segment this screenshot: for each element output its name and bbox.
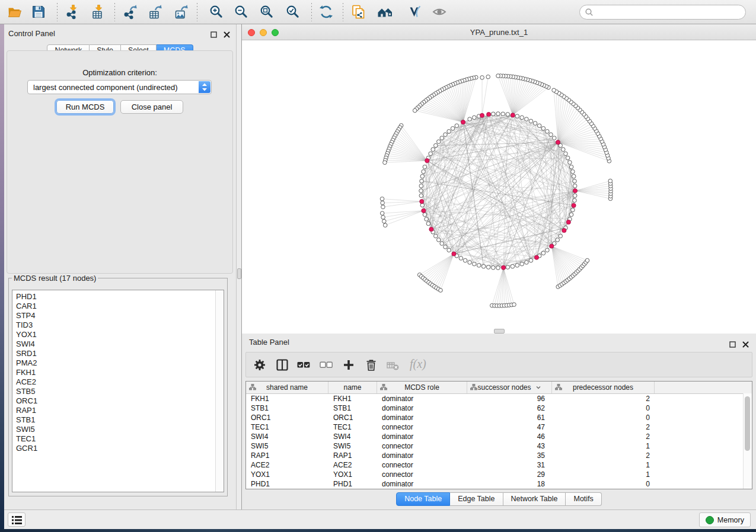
add-row-icon[interactable] xyxy=(342,358,355,371)
list-item[interactable]: ACE2 xyxy=(16,377,215,387)
close-table-panel-icon[interactable] xyxy=(742,339,749,350)
list-item[interactable]: PMA2 xyxy=(16,358,215,368)
cell-shared-name: PHD1 xyxy=(246,479,328,489)
list-item[interactable]: GCR1 xyxy=(16,444,215,453)
table-scrollbar[interactable] xyxy=(743,393,752,489)
cell-name: STB1 xyxy=(328,403,377,413)
list-item[interactable]: STP4 xyxy=(16,311,215,321)
export-table-icon[interactable] xyxy=(148,4,163,20)
optimization-criterion-select[interactable]: largest connected component (undirected) xyxy=(27,80,212,94)
zoom-fit-icon[interactable] xyxy=(259,4,275,20)
open-file-icon[interactable] xyxy=(7,4,23,20)
search-input[interactable] xyxy=(579,5,746,20)
toggle-visual-mapping-icon[interactable] xyxy=(407,4,423,20)
select-stepper-icon xyxy=(199,81,210,93)
network-canvas[interactable] xyxy=(242,40,756,334)
select-all-icon[interactable] xyxy=(297,358,310,371)
table-row[interactable]: ORC1ORC1dominator610 xyxy=(246,413,752,422)
list-item[interactable]: SWI5 xyxy=(16,425,215,434)
deselect-all-icon[interactable] xyxy=(320,358,333,371)
table-body: FKH1FKH1dominator962STB1STB1dominator620… xyxy=(246,394,752,489)
close-panel-icon[interactable] xyxy=(224,30,230,36)
splitter-grip-icon[interactable] xyxy=(237,268,241,279)
optimization-criterion-value: largest connected component (undirected) xyxy=(33,83,178,92)
table-row[interactable]: ACE2ACE2connector311 xyxy=(246,460,752,470)
list-item[interactable]: STB5 xyxy=(16,387,215,396)
list-item[interactable]: RAP1 xyxy=(16,406,215,415)
cell-shared-name: SWI4 xyxy=(246,432,328,441)
task-history-button[interactable] xyxy=(8,512,25,527)
desktop-wallpaper-bottom xyxy=(0,529,756,532)
float-panel-icon[interactable] xyxy=(210,30,217,36)
horizontal-splitter-grip[interactable] xyxy=(494,329,505,334)
list-item[interactable]: FKH1 xyxy=(16,368,215,377)
cell-name: PHD1 xyxy=(328,479,377,489)
cell-name: FKH1 xyxy=(328,394,377,403)
list-item[interactable]: PHD1 xyxy=(16,292,215,302)
mcds-list-scrollbar[interactable] xyxy=(215,290,224,492)
cell-mcds-role: dominator xyxy=(377,432,467,441)
zoom-in-icon[interactable] xyxy=(209,4,224,20)
list-item[interactable]: CAR1 xyxy=(16,302,215,311)
delete-table-icon[interactable] xyxy=(386,358,399,371)
table-row[interactable]: TEC1TEC1connector472 xyxy=(246,422,752,432)
delete-row-icon[interactable] xyxy=(365,358,378,371)
table-row[interactable]: PHD1PHD1dominator180 xyxy=(246,479,752,489)
table-row[interactable]: RAP1RAP1dominator352 xyxy=(246,451,752,460)
import-table-icon[interactable] xyxy=(91,4,106,20)
table-row[interactable]: SWI5SWI5connector431 xyxy=(246,441,752,451)
cell-shared-name: SWI5 xyxy=(246,441,328,451)
cell-shared-name: ACE2 xyxy=(246,460,328,470)
list-item[interactable]: TEC1 xyxy=(16,434,215,444)
float-table-panel-icon[interactable] xyxy=(729,339,736,350)
mcds-result-list[interactable]: PHD1CAR1STP4TID3YOX1SWI4SRD1PMA2FKH1ACE2… xyxy=(12,290,224,492)
list-item[interactable]: SWI4 xyxy=(16,339,215,349)
list-item[interactable]: SRD1 xyxy=(16,349,215,358)
tab-motifs[interactable]: Motifs xyxy=(566,492,601,506)
list-item[interactable]: YOX1 xyxy=(16,330,215,339)
control-panel: Control Panel NetworkStyleSelectMCDS Opt… xyxy=(4,24,236,509)
table-scrollbar-thumb[interactable] xyxy=(745,396,750,451)
column-header-name[interactable]: name xyxy=(328,382,377,393)
export-image-icon[interactable] xyxy=(174,4,189,20)
column-header-mcds-role[interactable]: MCDS role xyxy=(377,382,467,393)
application-window: Control Panel NetworkStyleSelectMCDS Opt… xyxy=(0,0,756,532)
table-row[interactable]: SWI4SWI4dominator462 xyxy=(246,432,752,441)
cell-mcds-role: connector xyxy=(377,422,467,432)
cell-mcds-role: dominator xyxy=(377,413,467,422)
tab-network-table[interactable]: Network Table xyxy=(503,492,566,506)
cell-name: YOX1 xyxy=(328,470,377,479)
import-network-icon[interactable] xyxy=(65,4,81,20)
table-row[interactable]: STB1STB1dominator620 xyxy=(246,403,752,413)
table-panel: Table Panel xyxy=(242,334,756,509)
show-graphics-details-icon[interactable] xyxy=(432,4,447,20)
column-header-successor-nodes[interactable]: successor nodes xyxy=(467,382,552,393)
column-header-predecessor-nodes[interactable]: predecessor nodes xyxy=(552,382,655,393)
refresh-view-icon[interactable] xyxy=(318,4,334,20)
export-network-icon[interactable] xyxy=(123,4,138,20)
table-options-icon[interactable] xyxy=(253,358,266,371)
list-item[interactable]: STB1 xyxy=(16,415,215,425)
vertical-splitter[interactable] xyxy=(236,24,242,509)
list-item[interactable]: TID3 xyxy=(16,321,215,330)
function-builder-icon[interactable]: f(x) xyxy=(410,357,426,371)
zoom-selected-icon[interactable] xyxy=(285,4,301,20)
show-column-selector-icon[interactable] xyxy=(276,358,289,371)
run-mcds-button[interactable]: Run MCDS xyxy=(56,100,114,114)
mcds-result-items: PHD1CAR1STP4TID3YOX1SWI4SRD1PMA2FKH1ACE2… xyxy=(12,292,215,453)
network-home-icon[interactable] xyxy=(377,4,393,20)
save-session-icon[interactable] xyxy=(31,4,46,20)
table-row[interactable]: YOX1YOX1connector291 xyxy=(246,470,752,479)
cell-successor-nodes: 62 xyxy=(467,403,552,413)
node-table: shared namenameMCDS rolesuccessor nodesp… xyxy=(245,381,752,489)
clone-network-icon[interactable] xyxy=(351,4,366,20)
tab-node-table[interactable]: Node Table xyxy=(396,492,450,506)
tab-edge-table[interactable]: Edge Table xyxy=(450,492,503,506)
cell-predecessor-nodes: 2 xyxy=(552,422,655,432)
memory-button[interactable]: Memory xyxy=(699,512,751,527)
close-panel-button[interactable]: Close panel xyxy=(120,100,183,114)
list-item[interactable]: ORC1 xyxy=(16,396,215,406)
zoom-out-icon[interactable] xyxy=(234,4,249,20)
column-header-shared-name[interactable]: shared name xyxy=(246,382,328,393)
table-row[interactable]: FKH1FKH1dominator962 xyxy=(246,394,752,403)
